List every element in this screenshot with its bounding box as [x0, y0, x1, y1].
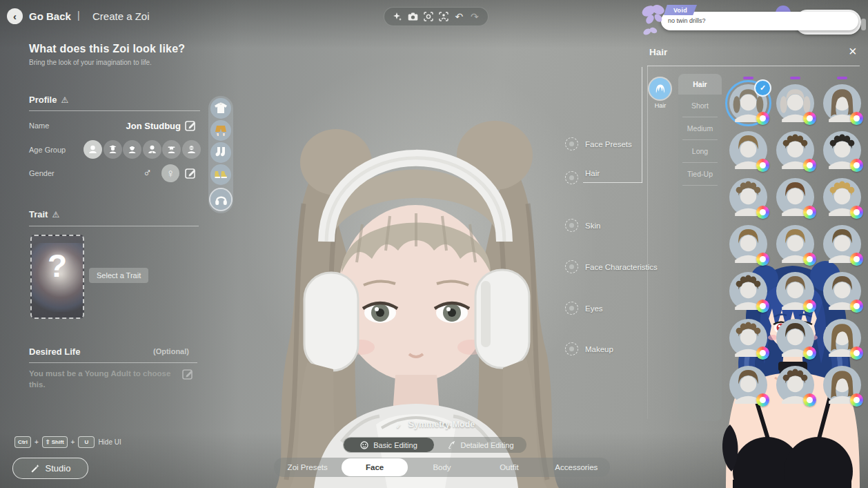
tab-long[interactable]: Long — [678, 141, 722, 162]
hair-color-wheel-badge[interactable] — [756, 159, 769, 172]
select-trait-button[interactable]: Select a Trait — [89, 268, 148, 283]
tab-face[interactable]: Face — [342, 458, 407, 476]
hair-color-wheel-badge[interactable] — [803, 347, 816, 360]
edit-gender-icon[interactable] — [185, 167, 197, 179]
outfit-slot-socks[interactable] — [210, 142, 231, 163]
hair-style-thumbnail[interactable]: ✓ — [776, 225, 814, 263]
hair-style-thumbnail[interactable]: ✓ — [729, 272, 767, 310]
detailed-editing-button[interactable]: Detailed Editing — [435, 438, 526, 452]
wand-icon — [30, 464, 40, 474]
back-button[interactable]: ‹ — [7, 8, 23, 24]
scrollbar-thumb[interactable] — [861, 19, 866, 30]
hair-color-wheel-badge[interactable] — [850, 159, 863, 172]
hair-style-thumbnail[interactable]: ✓ — [823, 84, 861, 122]
go-back-label[interactable]: Go Back — [29, 10, 71, 22]
gender-male-icon[interactable]: ♂ — [143, 167, 152, 179]
category-hair[interactable]: Hair — [565, 171, 600, 184]
edit-name-icon[interactable] — [185, 119, 197, 131]
hair-color-wheel-badge[interactable] — [850, 112, 863, 125]
hair-color-wheel-badge[interactable] — [756, 253, 769, 266]
gender-female-icon[interactable]: ♀ — [161, 164, 179, 182]
outfit-slot-shoes[interactable] — [210, 164, 231, 185]
redo-icon[interactable]: ↷ — [468, 10, 481, 23]
hair-color-wheel-badge[interactable] — [756, 393, 769, 407]
hair-style-thumbnail[interactable]: ✓ — [729, 84, 767, 122]
selected-check-badge: ✓ — [754, 79, 771, 97]
hair-style-thumbnail[interactable]: ✓ — [823, 319, 861, 357]
hair-color-wheel-badge[interactable] — [850, 347, 863, 360]
tab-tied-up[interactable]: Tied-Up — [678, 164, 722, 184]
hair-style-thumbnail[interactable]: ✓ — [729, 131, 767, 169]
hair-style-thumbnail[interactable]: ✓ — [729, 225, 767, 263]
age-group-options — [83, 140, 201, 159]
hair-style-thumbnail[interactable]: ✓ — [776, 319, 814, 357]
face-scan-icon[interactable] — [422, 10, 435, 23]
symmetry-mode-toggle[interactable]: ✓Symmetry Mode — [0, 420, 868, 433]
outfit-slot-hoodie[interactable] — [210, 98, 231, 119]
hair-color-wheel-badge[interactable] — [803, 300, 816, 313]
hair-color-wheel-badge[interactable] — [756, 112, 769, 125]
hair-style-thumbnail[interactable]: ✓ — [729, 366, 767, 404]
hair-color-wheel-badge[interactable] — [803, 206, 816, 219]
hair-style-thumbnail[interactable]: ✓ — [729, 178, 767, 216]
sparkle-icon[interactable] — [391, 10, 404, 23]
pose-scan-icon[interactable] — [437, 10, 450, 23]
age-option-young-adult[interactable] — [143, 140, 161, 159]
close-icon[interactable]: × — [849, 44, 857, 58]
age-option-infant[interactable] — [83, 140, 102, 159]
hair-color-wheel-badge[interactable] — [803, 393, 816, 407]
tab-accessories[interactable]: Accessories — [544, 458, 609, 476]
hair-color-wheel-badge[interactable] — [850, 206, 863, 219]
tab-hair[interactable]: Hair — [678, 74, 722, 95]
hair-color-wheel-badge[interactable] — [756, 206, 769, 219]
hair-style-thumbnail[interactable]: ✓ — [776, 84, 814, 122]
age-group-label: Age Group — [29, 146, 66, 154]
tab-short[interactable]: Short — [678, 95, 722, 116]
hair-category-icon[interactable] — [649, 78, 671, 99]
hair-color-wheel-badge[interactable] — [756, 347, 769, 360]
page-title: Create a Zoi — [92, 10, 150, 22]
hair-color-wheel-badge[interactable] — [850, 253, 863, 266]
hair-style-thumbnail[interactable]: ✓ — [823, 366, 861, 404]
category-eyes[interactable]: Eyes — [565, 302, 603, 315]
hair-style-thumbnail[interactable]: ✓ — [823, 225, 861, 263]
hair-color-wheel-badge[interactable] — [850, 393, 863, 407]
category-makeup[interactable]: Makeup — [565, 342, 613, 355]
tab-body[interactable]: Body — [409, 458, 475, 476]
age-option-senior[interactable] — [182, 140, 201, 159]
studio-button[interactable]: Studio — [12, 458, 88, 479]
age-option-child[interactable] — [103, 140, 122, 159]
hair-style-thumbnail[interactable]: ✓ — [823, 131, 861, 169]
category-dot-icon — [565, 171, 578, 184]
desired-life-message: You must be a Young Adult to choose this… — [29, 368, 188, 390]
hair-color-wheel-badge[interactable] — [803, 253, 816, 266]
age-option-teen[interactable] — [123, 140, 141, 159]
hair-color-wheel-badge[interactable] — [803, 159, 816, 172]
hair-color-wheel-badge[interactable] — [756, 300, 769, 313]
hair-style-thumbnail[interactable]: ✓ — [776, 366, 814, 404]
camera-icon[interactable] — [406, 10, 419, 23]
undo-icon[interactable]: ↶ — [453, 10, 465, 23]
category-face-presets[interactable]: Face Presets — [565, 137, 632, 150]
tab-medium[interactable]: Medium — [678, 118, 722, 139]
category-face-characteristics[interactable]: Face Characteristics — [565, 260, 658, 273]
hair-style-thumbnail[interactable]: ✓ — [776, 131, 814, 169]
hair-style-thumbnail[interactable]: ✓ — [776, 178, 814, 216]
tab-outfit[interactable]: Outfit — [476, 458, 542, 476]
hair-style-thumbnail[interactable]: ✓ — [729, 319, 767, 357]
hair-style-thumbnail[interactable]: ✓ — [823, 272, 861, 310]
hair-style-thumbnail[interactable]: ✓ — [776, 272, 814, 310]
category-dot-icon — [565, 342, 578, 355]
hair-color-wheel-badge[interactable] — [803, 112, 816, 125]
trait-card-placeholder[interactable]: ? — [30, 235, 84, 319]
check-circle-icon: ✓ — [393, 422, 404, 433]
hair-style-thumbnail[interactable]: ✓ — [823, 178, 861, 216]
age-option-adult[interactable] — [162, 140, 181, 159]
outfit-slot-headphones[interactable] — [210, 189, 231, 210]
outfit-slot-shorts[interactable] — [210, 120, 231, 141]
category-skin[interactable]: Skin — [565, 219, 600, 232]
basic-editing-button[interactable]: Basic Editing — [344, 438, 434, 452]
optional-tag: (Optional) — [153, 347, 189, 355]
tab-zoi-presets[interactable]: Zoi Presets — [275, 458, 340, 476]
hair-color-wheel-badge[interactable] — [850, 300, 863, 313]
